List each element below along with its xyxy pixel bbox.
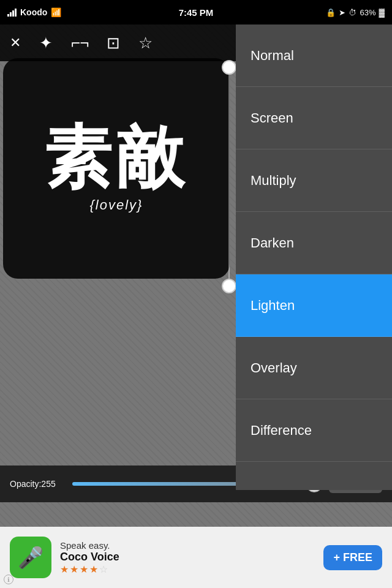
main-area: ✕ ✦ ⌐¬ ⊡ ☆ 素敵 {lovely} Normal Screen Mul… [0,24,392,564]
ad-icon-emoji: 🎤 [18,545,43,570]
blend-mode-difference[interactable]: Difference [236,399,392,462]
crop-icon[interactable]: ⊡ [107,34,120,53]
drag-line [228,67,230,288]
status-right: 🔒 ➤ ⏱ 63% ▓ [326,8,385,17]
magic-wand-icon[interactable]: ✦ [39,34,53,53]
battery-percent: 63% [360,8,375,17]
ad-app-icon: 🎤 [10,537,51,578]
signal-bar-3 [12,10,14,17]
signal-bar-2 [10,12,12,17]
drag-handle-top[interactable] [222,60,236,75]
location-icon: ➤ [339,8,345,17]
battery-icon: ▓ [379,8,385,17]
ad-bar: 🎤 Speak easy. Coco Voice ★★★★☆ + FREE ℹ [0,527,392,588]
wifi-icon: 📶 [51,7,61,17]
blend-mode-menu: Normal Screen Multiply Darken Lighten Ov… [236,24,392,490]
close-button[interactable]: ✕ [10,35,21,51]
image-card: 素敵 {lovely} [3,58,230,279]
signal-bar-1 [7,14,9,17]
blend-mode-normal[interactable]: Normal [236,24,392,87]
signal-bar-4 [15,9,17,17]
ad-info: Speak easy. Coco Voice ★★★★☆ [60,540,315,575]
blend-mode-overlay[interactable]: Overlay [236,337,392,399]
ad-app-name: Coco Voice [60,551,315,564]
ad-stars: ★★★★☆ [60,564,315,575]
ad-download-button[interactable]: + FREE [323,545,382,570]
lovely-text: {lovely} [90,197,143,213]
status-left: Koodo 📶 [7,7,61,17]
ad-info-icon[interactable]: ℹ [4,575,13,584]
favorite-icon[interactable]: ☆ [138,34,153,53]
opacity-label: Opacity:255 [10,479,65,489]
drag-handle-bottom[interactable] [222,279,236,293]
status-bar: Koodo 📶 7:45 PM 🔒 ➤ ⏱ 63% ▓ [0,0,392,24]
blend-mode-multiply[interactable]: Multiply [236,149,392,212]
status-time: 7:45 PM [179,7,214,18]
kanji-text: 素敵 [44,124,189,191]
carrier-name: Koodo [20,7,47,17]
blend-mode-screen[interactable]: Screen [236,87,392,149]
ad-slogan: Speak easy. [60,540,315,551]
blend-mode-darken[interactable]: Darken [236,212,392,274]
lock-icon: 🔒 [326,8,336,17]
signal-bars [7,9,17,17]
frames-icon[interactable]: ⌐¬ [71,34,88,53]
blend-mode-lighten[interactable]: Lighten [236,274,392,337]
clock-icon: ⏱ [349,8,356,17]
